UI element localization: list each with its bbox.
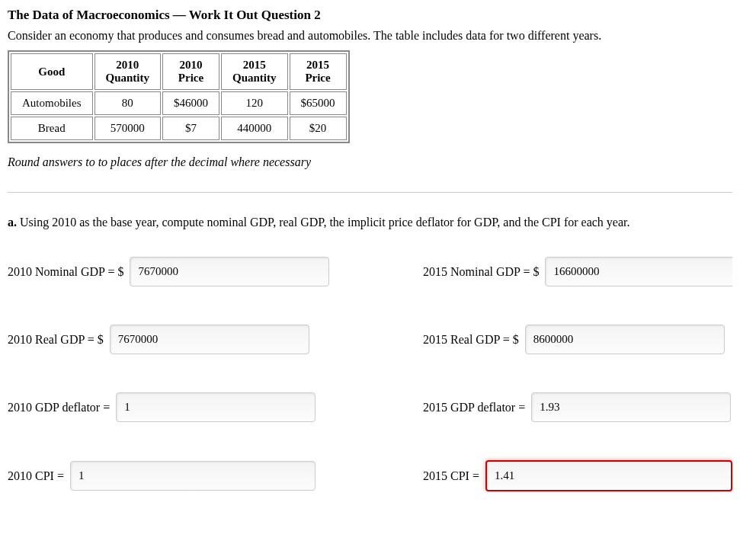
- cell-value: 80: [95, 91, 162, 115]
- table-row: Automobiles 80 $46000 120 $65000: [11, 91, 347, 115]
- cell-value: 570000: [95, 117, 162, 140]
- cpi-2010-input[interactable]: [70, 461, 316, 491]
- part-a-prefix: a.: [8, 216, 17, 229]
- deflator-2015-label: 2015 GDP deflator =: [423, 401, 525, 414]
- nominal-gdp-2010-input[interactable]: [130, 257, 329, 286]
- cell-value: 120: [221, 91, 288, 115]
- cpi-2010-label: 2010 CPI =: [8, 469, 64, 483]
- real-gdp-2015-input[interactable]: [525, 325, 725, 354]
- header-price2010: 2010Price: [162, 53, 219, 90]
- part-a-prompt: a. Using 2010 as the base year, compute …: [8, 216, 732, 229]
- header-qty2010: 2010Quantity: [95, 53, 162, 90]
- deflator-2015-input[interactable]: [531, 392, 731, 422]
- cell-good: Bread: [11, 117, 93, 140]
- table-header-row: Good 2010Quantity 2010Price 2015Quantity…: [11, 53, 347, 90]
- nominal-gdp-2015-input[interactable]: [545, 257, 732, 286]
- rounding-note: Round answers to to places after the dec…: [8, 155, 732, 169]
- cell-good: Automobiles: [11, 91, 93, 115]
- header-price2015: 2015Price: [290, 53, 347, 90]
- real-gdp-2010-label: 2010 Real GDP = $: [8, 333, 104, 347]
- header-qty2015: 2015Quantity: [221, 53, 288, 90]
- cpi-2015-input[interactable]: [485, 460, 732, 491]
- cell-value: $7: [162, 117, 219, 140]
- cell-value: $46000: [162, 91, 219, 115]
- table-row: Bread 570000 $7 440000 $20: [11, 117, 347, 140]
- real-gdp-2015-label: 2015 Real GDP = $: [423, 333, 519, 347]
- real-gdp-2010-input[interactable]: [110, 325, 309, 354]
- header-good: Good: [11, 53, 93, 90]
- question-title: The Data of Macroeconomics — Work It Out…: [8, 8, 732, 23]
- cpi-2015-label: 2015 CPI =: [423, 469, 479, 483]
- cell-value: $20: [290, 117, 347, 140]
- part-a-text: Using 2010 as the base year, compute nom…: [17, 216, 630, 229]
- cell-value: 440000: [221, 117, 288, 140]
- nominal-gdp-2015-label: 2015 Nominal GDP = $: [423, 265, 539, 279]
- deflator-2010-input[interactable]: [116, 392, 316, 422]
- question-intro: Consider an economy that produces and co…: [8, 29, 732, 43]
- deflator-2010-label: 2010 GDP deflator =: [8, 401, 110, 414]
- cell-value: $65000: [290, 91, 347, 115]
- separator: [8, 192, 732, 193]
- data-table: Good 2010Quantity 2010Price 2015Quantity…: [8, 50, 350, 143]
- nominal-gdp-2010-label: 2010 Nominal GDP = $: [8, 265, 123, 279]
